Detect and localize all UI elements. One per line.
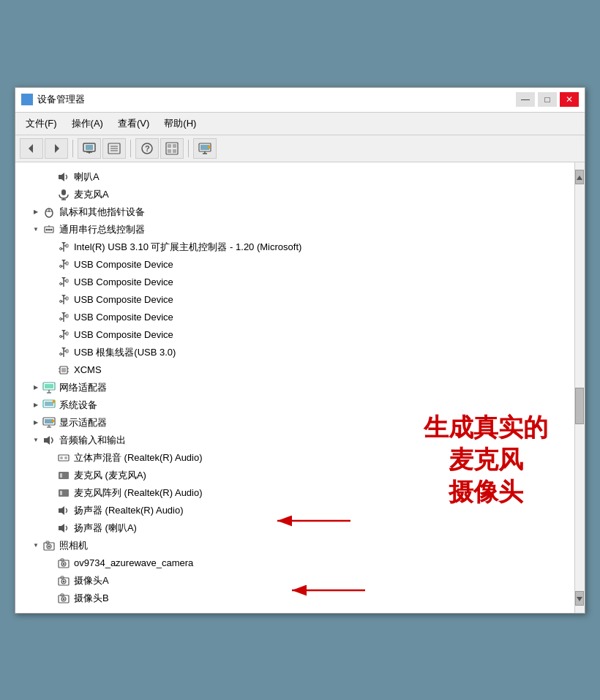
item-label: 麦克风阵列 (Realtek(R) Audio) [74,486,203,500]
list-item[interactable]: 扬声器 (Realtek(R) Audio) [15,502,573,519]
title-bar-left: 设备管理器 [21,93,85,106]
help-button[interactable]: ? [135,138,159,159]
list-item[interactable]: Intel(R) USB 3.10 可扩展主机控制器 - 1.20 (Micro… [15,238,573,256]
expand-icon [45,364,56,376]
camera-group-icon [42,538,56,553]
update-button[interactable] [193,138,217,159]
device-manager-window: 设备管理器 — □ ✕ 文件(F) 操作(A) 查看(V) 帮助(H) [15,87,585,614]
svg-marker-6 [55,144,59,153]
list-item[interactable]: XCMS [15,361,573,379]
svg-rect-8 [86,145,93,150]
list-item[interactable]: ▶ 显示适配器 [15,414,573,432]
list-item[interactable]: USB Composite Device [15,291,573,309]
item-label: 立体声混音 (Realtek(R) Audio) [74,451,203,464]
expand-icon [45,522,56,534]
list-button[interactable] [102,138,126,159]
svg-point-35 [46,228,48,230]
back-button[interactable] [20,138,43,159]
toolbar: ? [15,135,585,162]
maximize-button[interactable]: □ [538,92,557,107]
speaker-laba-item[interactable]: 扬声器 (喇叭A) [15,519,573,537]
svg-rect-18 [168,144,171,148]
menu-help[interactable]: 帮助(H) [157,114,203,133]
minimize-button[interactable]: — [516,92,535,107]
list-item[interactable]: ▶ 网络适配器 [15,379,573,396]
toolbar-separator-2 [130,140,131,157]
scrollbar[interactable] [574,162,585,613]
svg-rect-54 [66,279,68,282]
expand-icon [45,505,56,516]
item-label: 扬声器 (Realtek(R) Audio) [74,504,184,517]
item-label: USB Composite Device [74,294,173,305]
list-item[interactable]: 麦克风阵列 (Realtek(R) Audio) [15,484,573,502]
svg-point-123 [63,598,65,600]
svg-point-115 [63,562,65,565]
computer-button[interactable] [78,138,101,159]
audio-icon [42,433,56,448]
mic-device-icon [56,468,71,483]
svg-rect-102 [64,456,67,459]
menu-view[interactable]: 查看(V) [110,114,157,133]
item-label: Intel(R) USB 3.10 可扩展主机控制器 - 1.20 (Micro… [74,241,301,254]
svg-marker-76 [61,347,66,350]
item-label: 摄像头A [74,574,109,587]
menu-action[interactable]: 操作(A) [64,114,110,133]
svg-rect-101 [60,456,63,459]
list-item[interactable]: ov9734_azurewave_camera [15,554,573,572]
list-item[interactable]: ▶ 鼠标和其他指针设备 [15,203,573,221]
list-item[interactable]: ▼ 照相机 [15,537,573,554]
expand-icon [45,171,56,183]
svg-marker-108 [59,524,64,532]
usb-icon [56,345,71,360]
svg-marker-58 [61,295,66,297]
svg-rect-23 [200,145,209,150]
speaker-device-icon [56,503,71,518]
list-item[interactable]: ▼ 通用串行总线控制器 [15,221,573,238]
list-item[interactable]: 喇叭A [15,168,573,186]
list-item[interactable]: 立体声混音 (Realtek(R) Audio) [15,449,573,467]
list-item[interactable]: USB Composite Device [15,326,573,344]
list-item[interactable]: USB 根集线器(USB 3.0) [15,344,573,361]
title-bar: 设备管理器 — □ ✕ [15,88,585,113]
list-item[interactable]: 摄像头A [15,572,573,590]
menu-file[interactable]: 文件(F) [18,114,64,133]
svg-rect-106 [60,491,62,495]
svg-marker-64 [61,312,66,315]
title-controls: — □ ✕ [516,92,579,107]
svg-rect-60 [66,297,68,300]
expand-icon: ▶ [30,399,42,411]
mic-icon [56,187,71,202]
list-item[interactable]: 麦克风A [15,186,573,203]
speaker-icon [56,170,71,184]
scrollbar-down-button[interactable] [575,591,584,606]
camera-device-icon [56,556,71,571]
svg-point-119 [63,580,65,582]
forward-button[interactable] [45,138,68,159]
svg-marker-52 [61,277,66,279]
svg-marker-70 [61,330,66,332]
usb-icon [56,240,71,255]
scrollbar-thumb[interactable] [575,388,584,424]
camera-B-item[interactable]: 摄像头B [15,590,573,607]
item-label: 麦克风A [74,188,109,201]
list-item[interactable]: USB Composite Device [15,256,573,274]
list-item[interactable]: ▶ 系统设备 [15,396,573,414]
list-item[interactable]: USB Composite Device [15,309,573,326]
content-wrapper: 喇叭A 麦克风A ▶ 鼠标和其他指针设备 ▼ [15,162,585,613]
item-label: USB 根集线器(USB 3.0) [74,346,176,359]
list-item[interactable]: ▼ 音频输入和输出 [15,432,573,449]
speaker-device-icon [56,521,71,535]
svg-point-36 [48,228,50,230]
svg-rect-48 [66,262,68,265]
mic-micA-item[interactable]: 麦克风 (麦克风A) [15,467,573,484]
expand-icon [45,259,56,271]
toolbar-separator-1 [72,140,73,157]
device-tree: 喇叭A 麦克风A ▶ 鼠标和其他指针设备 ▼ [15,162,585,613]
list-item[interactable]: USB Composite Device [15,274,573,291]
scrollbar-up-button[interactable] [575,170,584,184]
item-label: USB Composite Device [74,312,173,323]
close-button[interactable]: ✕ [560,92,579,107]
camera-device-icon [56,573,71,588]
properties-button[interactable] [160,138,184,159]
expand-icon-expand: ▼ [30,224,42,236]
